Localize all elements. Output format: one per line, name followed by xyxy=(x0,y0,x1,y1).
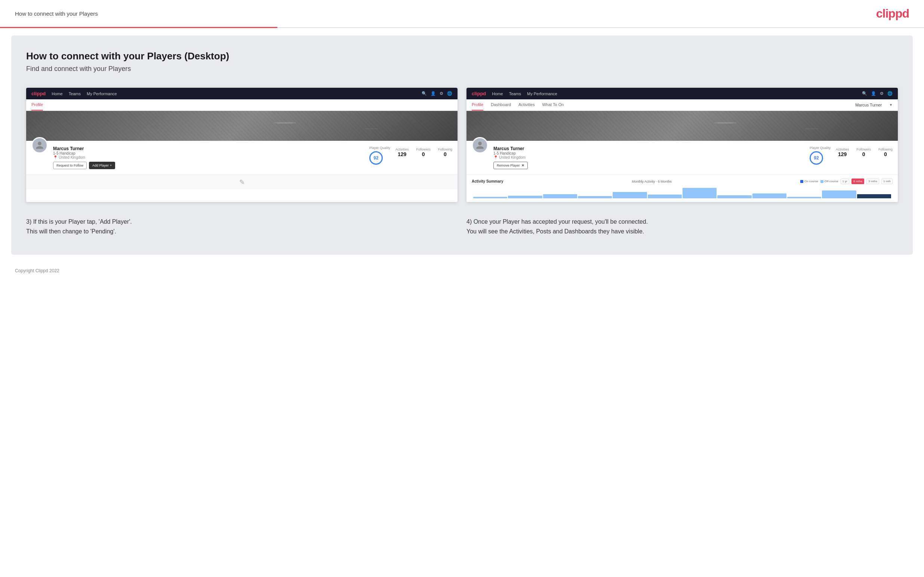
following-stat-2: Following 0 xyxy=(879,148,893,157)
browser-mock-2: clippd Home Teams My Performance 🔍 👤 ⚙ 🌐… xyxy=(467,88,898,202)
chart-bar-5 xyxy=(648,195,682,198)
chevron-down-icon-2: ▼ xyxy=(889,103,893,107)
banner-overlay-1 xyxy=(26,111,457,141)
nav-item-performance-1[interactable]: My Performance xyxy=(87,92,117,96)
nav-item-home-2[interactable]: Home xyxy=(492,92,503,96)
profile-details-2: Marcus Turner 1-5 Handicap 📍 United King… xyxy=(493,145,804,169)
followers-stat-2: Followers 0 xyxy=(856,148,871,157)
stats-2: Activities 129 Followers 0 Following 0 xyxy=(836,145,893,157)
screenshots-row: clippd Home Teams My Performance 🔍 👤 ⚙ 🌐… xyxy=(26,88,898,202)
close-icon: ✕ xyxy=(522,164,524,167)
location-pin-icon-2: 📍 xyxy=(493,155,498,160)
clippd-logo: clippd xyxy=(876,7,909,21)
screenshot-2: clippd Home Teams My Performance 🔍 👤 ⚙ 🌐… xyxy=(467,88,898,202)
tab-activities-2[interactable]: Activities xyxy=(519,99,535,111)
main-title: How to connect with your Players (Deskto… xyxy=(26,50,898,62)
avatar-2 xyxy=(472,137,488,153)
nav-item-teams-1[interactable]: Teams xyxy=(69,92,81,96)
period-3mths[interactable]: 3 mths xyxy=(866,179,879,184)
nav-icons-1: 🔍 👤 ⚙ 🌐 xyxy=(422,91,452,96)
location-1: 📍 United Kingdom xyxy=(53,155,364,160)
avatar-icon-2 xyxy=(475,141,485,150)
avatar-icon-1 xyxy=(35,141,44,150)
chart-bar-11 xyxy=(857,194,891,198)
tab-profile-2[interactable]: Profile xyxy=(472,99,483,111)
nav-icons-2: 🔍 👤 ⚙ 🌐 xyxy=(862,91,893,96)
remove-player-button[interactable]: Remove Player ✕ xyxy=(493,162,528,169)
avatar-1 xyxy=(31,137,48,153)
description-item-3: 3) If this is your Player tap, 'Add Play… xyxy=(26,217,457,236)
quality-circle-1: 92 xyxy=(369,151,383,165)
nav-bar-2: clippd Home Teams My Performance 🔍 👤 ⚙ 🌐 xyxy=(467,88,898,99)
user-icon-1[interactable]: 👤 xyxy=(431,91,436,96)
search-icon-2[interactable]: 🔍 xyxy=(862,91,867,96)
chart-bar-7 xyxy=(717,195,751,198)
copyright-text: Copyright Clippd 2022 xyxy=(15,268,60,273)
activity-options: On course Off course 1 yr 6 mths 3 mths … xyxy=(800,179,893,184)
nav-item-performance-2[interactable]: My Performance xyxy=(527,92,557,96)
player-name-1: Marcus Turner xyxy=(53,146,364,151)
main-subtitle: Find and connect with your Players xyxy=(26,65,898,73)
handicap-2: 1-5 Handicap xyxy=(493,151,804,155)
search-icon-1[interactable]: 🔍 xyxy=(422,91,427,96)
chart-bar-9 xyxy=(787,197,821,198)
main-content: How to connect with your Players (Deskto… xyxy=(11,35,913,255)
chart-bar-4 xyxy=(613,192,647,198)
activity-header: Activity Summary Monthly Activity · 6 Mo… xyxy=(472,179,893,184)
off-course-dot xyxy=(821,180,824,183)
legend-off-course: Off course xyxy=(821,180,838,183)
tab-dashboard-2[interactable]: Dashboard xyxy=(491,99,511,111)
quality-section-2: Player Quality 92 xyxy=(809,145,830,165)
on-course-dot xyxy=(800,180,803,183)
description-text-4: 4) Once your Player has accepted your re… xyxy=(467,217,898,236)
profile-info-2: Marcus Turner 1-5 Handicap 📍 United King… xyxy=(467,141,898,174)
profile-banner-2 xyxy=(467,111,898,141)
banner-overlay-2 xyxy=(467,111,898,141)
period-1yr[interactable]: 1 yr xyxy=(841,179,849,184)
legend-on-course: On course xyxy=(800,180,818,183)
tab-whattoon-2[interactable]: What To On xyxy=(542,99,564,111)
nav-logo-2: clippd xyxy=(472,91,486,96)
browser-mock-1: clippd Home Teams My Performance 🔍 👤 ⚙ 🌐… xyxy=(26,88,457,189)
location-pin-icon-1: 📍 xyxy=(53,155,58,160)
user-icon-2[interactable]: 👤 xyxy=(871,91,876,96)
bottom-area-1: ✎ xyxy=(26,174,457,189)
screenshot-1: clippd Home Teams My Performance 🔍 👤 ⚙ 🌐… xyxy=(26,88,457,202)
tab-bar-2: Profile Dashboard Activities What To On … xyxy=(467,99,898,111)
player-name-2: Marcus Turner xyxy=(493,146,804,151)
chart-bar-2 xyxy=(543,194,577,198)
globe-icon-2[interactable]: 🌐 xyxy=(887,91,893,96)
settings-icon-2[interactable]: ⚙ xyxy=(880,91,884,96)
tab-user-label-2: Marcus Turner xyxy=(855,103,882,107)
activity-title: Activity Summary xyxy=(472,179,503,184)
top-bar: How to connect with your Players clippd xyxy=(0,0,924,28)
nav-item-teams-2[interactable]: Teams xyxy=(509,92,521,96)
request-follow-button-1[interactable]: Request to Follow xyxy=(53,162,87,169)
action-buttons-1: Request to Follow Add Player + xyxy=(53,162,364,169)
activities-stat-2: Activities 129 xyxy=(836,148,849,157)
description-text-3: 3) If this is your Player tap, 'Add Play… xyxy=(26,217,457,236)
add-player-button-1[interactable]: Add Player + xyxy=(89,162,115,169)
tab-bar-1: Profile xyxy=(26,99,457,111)
chart-bar-3 xyxy=(578,196,612,198)
chart-bar-0 xyxy=(473,197,507,198)
globe-icon-1[interactable]: 🌐 xyxy=(447,91,452,96)
nav-item-home-1[interactable]: Home xyxy=(52,92,62,96)
tab-profile-1[interactable]: Profile xyxy=(31,99,43,111)
quality-circle-2: 92 xyxy=(809,151,823,165)
chart-bar-10 xyxy=(822,190,856,198)
nav-logo-1: clippd xyxy=(31,91,45,96)
profile-details-1: Marcus Turner 1-5 Handicap 📍 United King… xyxy=(53,145,364,169)
activity-period: Monthly Activity · 6 Months xyxy=(632,180,672,184)
footer: Copyright Clippd 2022 xyxy=(0,262,924,279)
followers-stat-1: Followers 0 xyxy=(416,148,431,157)
chart-bar-8 xyxy=(753,193,787,198)
activity-summary: Activity Summary Monthly Activity · 6 Mo… xyxy=(467,174,898,202)
following-stat-1: Following 0 xyxy=(438,148,452,157)
period-1mth[interactable]: 1 mth xyxy=(881,179,893,184)
location-2: 📍 United Kingdom xyxy=(493,155,804,160)
period-6mths[interactable]: 6 mths xyxy=(851,179,864,184)
settings-icon-1[interactable]: ⚙ xyxy=(439,91,443,96)
nav-bar-1: clippd Home Teams My Performance 🔍 👤 ⚙ 🌐 xyxy=(26,88,457,99)
chart-bar-6 xyxy=(683,188,717,198)
